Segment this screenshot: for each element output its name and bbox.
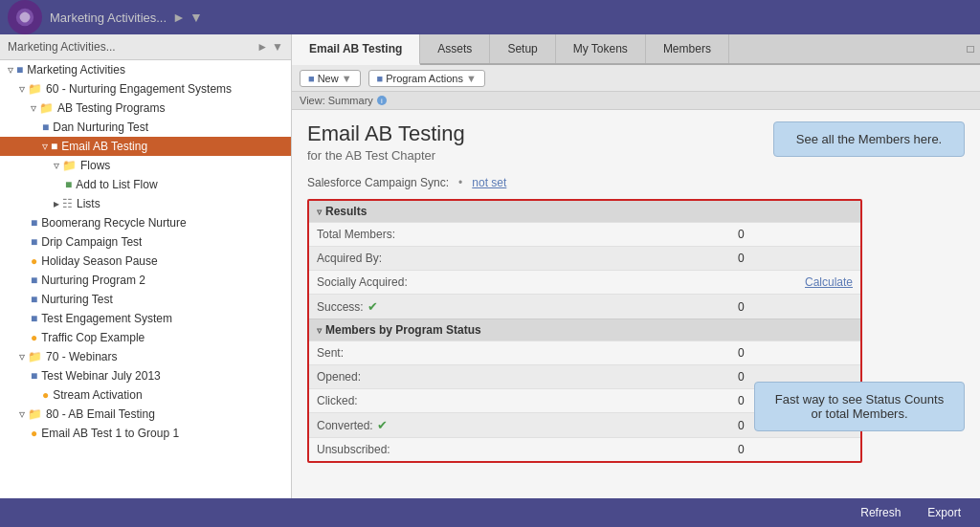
sidebar-arrow-right-icon[interactable]: ►	[256, 40, 268, 54]
results-toggle-icon: ▿	[317, 207, 322, 217]
converted-check-icon: ✔	[377, 418, 388, 432]
new-icon: ■	[308, 73, 315, 84]
converted-label: Converted: ✔	[317, 418, 738, 432]
unsubscribed-value: 0	[738, 443, 853, 456]
sidebar-item-ab-testing-programs[interactable]: ▿ 📁 AB Testing Programs	[0, 99, 291, 118]
tree-icon-prog6: ■	[31, 312, 37, 325]
sidebar-item-60-nurturing[interactable]: ▿ 📁 60 - Nurturing Engagement Systems	[0, 79, 291, 99]
sidebar-item-marketing-activities[interactable]: ▿ ■ Marketing Activities	[0, 60, 291, 79]
members-by-status-label: Members by Program Status	[325, 323, 481, 337]
new-button[interactable]: ■ New ▼	[300, 70, 361, 87]
sent-row: Sent: 0	[309, 340, 860, 364]
main-content: Email AB Testing for the AB Test Chapter…	[292, 110, 980, 498]
sidebar-item-lists[interactable]: ▸ ☷ Lists	[0, 194, 291, 213]
sidebar-item-test-webinar[interactable]: ■ Test Webinar July 2013	[0, 366, 291, 385]
sidebar-item-add-to-list-flow[interactable]: ■ Add to List Flow	[0, 175, 291, 194]
tree-icon-light2: ●	[31, 331, 37, 344]
acquired-by-value: 0	[738, 252, 853, 265]
tree-icon-active-program: ■	[51, 140, 57, 153]
members-by-status-header[interactable]: ▿ Members by Program Status	[309, 318, 860, 340]
export-button[interactable]: Export	[920, 502, 969, 523]
app-title: Marketing Activities...	[50, 11, 167, 25]
tree-icon-flow: ■	[65, 178, 72, 191]
tab-email-ab-testing[interactable]: Email AB Testing	[292, 34, 420, 65]
total-members-label: Total Members:	[317, 228, 738, 241]
clicked-label: Clicked:	[317, 394, 738, 407]
tree-icon-light3: ●	[42, 388, 49, 402]
tree-icon-folder4: 📁	[28, 407, 42, 421]
tree-icon-root: ■	[16, 63, 23, 77]
new-dropdown-icon: ▼	[342, 73, 352, 84]
sidebar-item-dan-nurturing[interactable]: ■ Dan Nurturing Test	[0, 118, 291, 137]
sidebar-item-test-engagement[interactable]: ■ Test Engagement System	[0, 309, 291, 328]
opened-label: Opened:	[317, 370, 738, 384]
sidebar-item-holiday[interactable]: ● Holiday Season Pause	[0, 252, 291, 271]
success-label: Success: ✔	[317, 299, 738, 314]
sf-campaign-label: Salesforce Campaign Sync:	[307, 176, 449, 189]
sidebar-item-traffic-cop[interactable]: ● Traffic Cop Example	[0, 328, 291, 347]
total-members-row: Total Members: 0	[309, 222, 860, 246]
sidebar-item-drip-campaign[interactable]: ■ Drip Campaign Test	[0, 232, 291, 252]
sidebar-item-70-webinars[interactable]: ▿ 📁 70 - Webinars	[0, 347, 291, 366]
tab-my-tokens[interactable]: My Tokens	[556, 34, 646, 63]
tree-icon-folder: 📁	[28, 82, 42, 96]
refresh-button[interactable]: Refresh	[853, 502, 908, 523]
sf-campaign-value[interactable]: not set	[472, 176, 506, 189]
tab-setup[interactable]: Setup	[490, 34, 555, 63]
sidebar-item-email-ab-test-1[interactable]: ● Email AB Test 1 to Group 1	[0, 424, 291, 443]
program-actions-icon: ■	[377, 73, 384, 84]
sidebar-item-boomerang[interactable]: ■ Boomerang Recycle Nurture	[0, 213, 291, 232]
tab-members[interactable]: Members	[646, 34, 729, 63]
tab-bar: Email AB Testing Assets Setup My Tokens …	[292, 34, 980, 65]
socially-acquired-row: Socially Acquired: Calculate	[309, 270, 860, 294]
calculate-link[interactable]: Calculate	[805, 275, 853, 289]
sidebar-tree: ▿ ■ Marketing Activities ▿ 📁 60 - Nurtur…	[0, 60, 291, 443]
sidebar-item-nurturing-2[interactable]: ■ Nurturing Program 2	[0, 271, 291, 290]
unsubscribed-row: Unsubscribed: 0	[309, 437, 860, 461]
results-header[interactable]: ▿ Results	[309, 201, 860, 222]
sf-bullet: •	[458, 176, 462, 189]
sidebar-header: Marketing Activities... ► ▼	[0, 34, 291, 60]
callout-status-counts: Fast way to see Status Counts or total M…	[754, 382, 965, 431]
sidebar-down-icon[interactable]: ▼	[189, 10, 203, 25]
sent-value: 0	[738, 346, 853, 360]
tree-icon-prog2: ■	[31, 216, 37, 230]
sent-label: Sent:	[317, 346, 738, 360]
program-actions-button[interactable]: ■ Program Actions ▼	[368, 70, 485, 87]
tree-icon-prog3: ■	[31, 235, 37, 249]
sidebar-item-email-ab-testing[interactable]: ▿ ■ Email AB Testing	[0, 137, 291, 156]
app-logo[interactable]	[8, 0, 42, 34]
tree-icon-lists: ☷	[62, 197, 73, 210]
socially-acquired-label: Socially Acquired:	[317, 275, 805, 289]
success-value: 0	[738, 300, 853, 314]
sidebar-menu-icon[interactable]: ▼	[272, 40, 283, 54]
tree-icon-prog5: ■	[31, 293, 37, 306]
sidebar-arrow-icon[interactable]: ►	[172, 10, 186, 25]
sf-campaign-row: Salesforce Campaign Sync: • not set	[307, 176, 965, 189]
view-info-icon[interactable]: i	[377, 96, 387, 105]
maximize-button[interactable]: □	[961, 34, 980, 63]
bottom-bar: Refresh Export	[0, 498, 980, 527]
success-row: Success: ✔ 0	[309, 294, 860, 318]
tree-icon-prog4: ■	[31, 274, 37, 287]
toolbar: ■ New ▼ ■ Program Actions ▼	[292, 65, 980, 92]
sidebar-item-nurturing-test[interactable]: ■ Nurturing Test	[0, 290, 291, 309]
tab-assets[interactable]: Assets	[420, 34, 490, 63]
program-actions-dropdown-icon: ▼	[466, 73, 477, 84]
success-check-icon: ✔	[368, 299, 378, 314]
results-label: Results	[325, 205, 367, 218]
tree-icon-program: ■	[42, 121, 49, 134]
tree-icon-flows: 📁	[62, 159, 77, 172]
tree-icon-prog7: ■	[31, 369, 37, 383]
sidebar-item-80-ab-email[interactable]: ▿ 📁 80 - AB Email Testing	[0, 405, 291, 424]
tree-icon-folder3: 📁	[28, 350, 42, 363]
tree-icon-folder2: 📁	[39, 101, 54, 115]
sidebar-title: Marketing Activities...	[8, 40, 116, 54]
sidebar-item-stream-activation[interactable]: ● Stream Activation	[0, 385, 291, 405]
sidebar-item-flows[interactable]: ▿ 📁 Flows	[0, 156, 291, 175]
total-members-value: 0	[738, 228, 853, 241]
tree-icon-light4: ●	[31, 427, 37, 440]
unsubscribed-label: Unsubscribed:	[317, 443, 738, 456]
tree-icon-light1: ●	[31, 254, 37, 268]
members-status-toggle-icon: ▿	[317, 325, 322, 336]
